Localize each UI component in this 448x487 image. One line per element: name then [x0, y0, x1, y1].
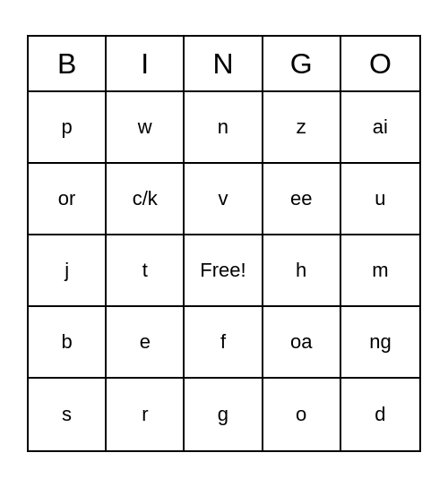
bingo-cell: z	[263, 92, 341, 164]
bingo-grid: pwnzaiorc/kveeujtFree!hmbefoangsrgod	[29, 92, 419, 450]
bingo-cell: b	[29, 307, 107, 379]
bingo-cell: v	[185, 164, 263, 235]
bingo-cell: w	[107, 92, 185, 164]
bingo-cell: o	[263, 379, 341, 450]
bingo-cell: f	[185, 307, 263, 379]
header-i: I	[107, 37, 185, 90]
bingo-cell: e	[107, 307, 185, 379]
bingo-cell: ng	[341, 307, 419, 379]
bingo-cell: s	[29, 379, 107, 450]
bingo-cell: h	[263, 235, 341, 307]
bingo-cell: n	[185, 92, 263, 164]
bingo-header: B I N G O	[29, 37, 419, 92]
header-o: O	[341, 37, 419, 90]
bingo-cell: oa	[263, 307, 341, 379]
bingo-cell: c/k	[107, 164, 185, 235]
bingo-cell: j	[29, 235, 107, 307]
bingo-cell: or	[29, 164, 107, 235]
bingo-cell: g	[185, 379, 263, 450]
bingo-cell: r	[107, 379, 185, 450]
bingo-cell: d	[341, 379, 419, 450]
bingo-cell: t	[107, 235, 185, 307]
header-b: B	[29, 37, 107, 90]
bingo-card: B I N G O pwnzaiorc/kveeujtFree!hmbefoan…	[27, 35, 421, 452]
bingo-cell: u	[341, 164, 419, 235]
bingo-cell: m	[341, 235, 419, 307]
header-n: N	[185, 37, 263, 90]
bingo-cell: p	[29, 92, 107, 164]
bingo-cell: Free!	[185, 235, 263, 307]
header-g: G	[263, 37, 341, 90]
bingo-cell: ai	[341, 92, 419, 164]
bingo-cell: ee	[263, 164, 341, 235]
